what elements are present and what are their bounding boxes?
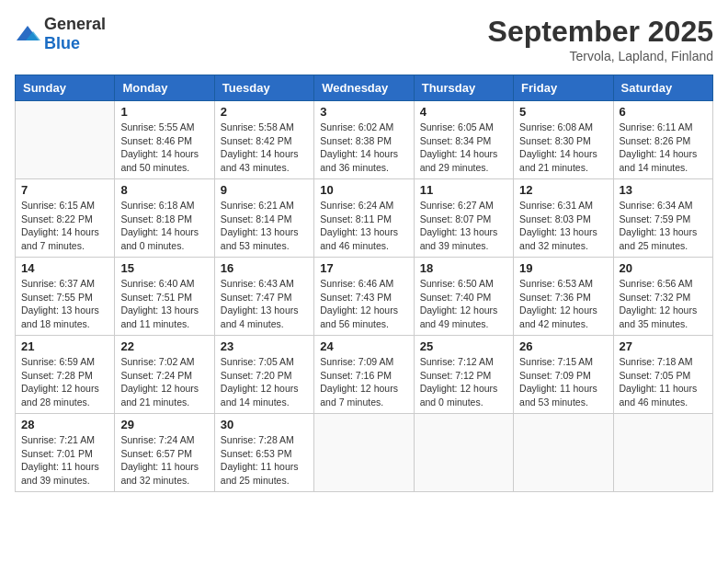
calendar-cell [314,414,414,492]
calendar-cell: 11Sunrise: 6:27 AM Sunset: 8:07 PM Dayli… [414,179,513,258]
calendar-cell: 17Sunrise: 6:46 AM Sunset: 7:43 PM Dayli… [314,258,414,336]
day-info: Sunrise: 7:12 AM Sunset: 7:12 PM Dayligh… [420,355,507,409]
day-info: Sunrise: 6:53 AM Sunset: 7:36 PM Dayligh… [519,277,607,331]
day-info: Sunrise: 6:31 AM Sunset: 8:03 PM Dayligh… [519,199,607,253]
calendar-cell [613,414,712,492]
calendar-cell: 23Sunrise: 7:05 AM Sunset: 7:20 PM Dayli… [214,336,313,414]
week-row-5: 28Sunrise: 7:21 AM Sunset: 7:01 PM Dayli… [16,414,713,492]
calendar-table: SundayMondayTuesdayWednesdayThursdayFrid… [15,75,713,492]
calendar-cell: 16Sunrise: 6:43 AM Sunset: 7:47 PM Dayli… [214,258,313,336]
weekday-header-monday: Monday [115,75,214,101]
calendar-cell: 25Sunrise: 7:12 AM Sunset: 7:12 PM Dayli… [414,336,513,414]
day-number: 2 [221,105,308,119]
location-title: Tervola, Lapland, Finland [488,49,713,63]
day-info: Sunrise: 6:08 AM Sunset: 8:30 PM Dayligh… [519,121,607,175]
calendar-cell: 13Sunrise: 6:34 AM Sunset: 7:59 PM Dayli… [613,179,712,258]
calendar-cell: 22Sunrise: 7:02 AM Sunset: 7:24 PM Dayli… [115,336,214,414]
day-info: Sunrise: 7:15 AM Sunset: 7:09 PM Dayligh… [519,355,607,409]
day-info: Sunrise: 6:11 AM Sunset: 8:26 PM Dayligh… [620,121,707,175]
weekday-header-friday: Friday [514,75,613,101]
weekday-header-sunday: Sunday [16,75,115,101]
day-number: 28 [21,418,108,431]
day-number: 30 [221,418,308,431]
page-header: General Blue September 2025 Tervola, Lap… [15,15,713,63]
weekday-header-saturday: Saturday [613,75,712,101]
day-number: 16 [221,261,308,275]
logo-general: General [44,15,106,33]
day-info: Sunrise: 6:21 AM Sunset: 8:14 PM Dayligh… [221,199,308,253]
day-number: 1 [120,105,208,119]
day-number: 14 [21,261,108,275]
calendar-cell [16,101,115,179]
calendar-cell: 9Sunrise: 6:21 AM Sunset: 8:14 PM Daylig… [214,179,313,258]
day-info: Sunrise: 6:40 AM Sunset: 7:51 PM Dayligh… [120,277,208,331]
weekday-header-row: SundayMondayTuesdayWednesdayThursdayFrid… [16,75,713,101]
day-number: 7 [21,183,108,197]
weekday-header-thursday: Thursday [414,75,513,101]
day-number: 19 [519,261,607,275]
logo-text: General Blue [44,15,106,53]
calendar-cell: 2Sunrise: 5:58 AM Sunset: 8:42 PM Daylig… [214,101,313,179]
day-number: 4 [420,105,507,119]
logo-blue: Blue [44,34,80,52]
calendar-cell [414,414,513,492]
calendar-cell: 7Sunrise: 6:15 AM Sunset: 8:22 PM Daylig… [16,179,115,258]
day-info: Sunrise: 6:56 AM Sunset: 7:32 PM Dayligh… [620,277,707,331]
week-row-2: 7Sunrise: 6:15 AM Sunset: 8:22 PM Daylig… [16,179,713,258]
day-number: 8 [120,183,208,197]
calendar-cell: 10Sunrise: 6:24 AM Sunset: 8:11 PM Dayli… [314,179,414,258]
day-number: 6 [620,105,707,119]
day-info: Sunrise: 5:58 AM Sunset: 8:42 PM Dayligh… [221,121,308,175]
calendar-cell: 24Sunrise: 7:09 AM Sunset: 7:16 PM Dayli… [314,336,414,414]
day-number: 15 [120,261,208,275]
logo: General Blue [15,15,106,53]
calendar-cell: 26Sunrise: 7:15 AM Sunset: 7:09 PM Dayli… [514,336,613,414]
day-info: Sunrise: 6:02 AM Sunset: 8:38 PM Dayligh… [320,121,407,175]
calendar-cell: 19Sunrise: 6:53 AM Sunset: 7:36 PM Dayli… [514,258,613,336]
day-info: Sunrise: 7:05 AM Sunset: 7:20 PM Dayligh… [221,355,308,409]
day-info: Sunrise: 6:43 AM Sunset: 7:47 PM Dayligh… [221,277,308,331]
calendar-cell: 5Sunrise: 6:08 AM Sunset: 8:30 PM Daylig… [514,101,613,179]
weekday-header-tuesday: Tuesday [214,75,313,101]
calendar-cell: 6Sunrise: 6:11 AM Sunset: 8:26 PM Daylig… [613,101,712,179]
calendar-cell: 21Sunrise: 6:59 AM Sunset: 7:28 PM Dayli… [16,336,115,414]
day-number: 23 [221,339,308,353]
calendar-cell: 27Sunrise: 7:18 AM Sunset: 7:05 PM Dayli… [613,336,712,414]
calendar-cell: 15Sunrise: 6:40 AM Sunset: 7:51 PM Dayli… [115,258,214,336]
day-info: Sunrise: 6:27 AM Sunset: 8:07 PM Dayligh… [420,199,507,253]
day-info: Sunrise: 7:28 AM Sunset: 6:53 PM Dayligh… [221,433,308,488]
day-number: 9 [221,183,308,197]
calendar-cell: 20Sunrise: 6:56 AM Sunset: 7:32 PM Dayli… [613,258,712,336]
calendar-cell: 4Sunrise: 6:05 AM Sunset: 8:34 PM Daylig… [414,101,513,179]
day-number: 3 [320,105,407,119]
day-number: 5 [519,105,607,119]
day-info: Sunrise: 7:02 AM Sunset: 7:24 PM Dayligh… [120,355,208,409]
day-number: 25 [420,339,507,353]
day-info: Sunrise: 6:05 AM Sunset: 8:34 PM Dayligh… [420,121,507,175]
day-number: 12 [519,183,607,197]
day-info: Sunrise: 7:09 AM Sunset: 7:16 PM Dayligh… [320,355,407,409]
calendar-cell: 1Sunrise: 5:55 AM Sunset: 8:46 PM Daylig… [115,101,214,179]
calendar-cell [514,414,613,492]
day-info: Sunrise: 6:37 AM Sunset: 7:55 PM Dayligh… [21,277,108,331]
day-number: 11 [420,183,507,197]
day-number: 27 [620,339,707,353]
calendar-cell: 8Sunrise: 6:18 AM Sunset: 8:18 PM Daylig… [115,179,214,258]
day-info: Sunrise: 6:18 AM Sunset: 8:18 PM Dayligh… [120,199,208,253]
day-number: 13 [620,183,707,197]
day-info: Sunrise: 6:59 AM Sunset: 7:28 PM Dayligh… [21,355,108,409]
calendar-cell: 29Sunrise: 7:24 AM Sunset: 6:57 PM Dayli… [115,414,214,492]
day-number: 10 [320,183,407,197]
day-info: Sunrise: 6:15 AM Sunset: 8:22 PM Dayligh… [21,199,108,253]
week-row-4: 21Sunrise: 6:59 AM Sunset: 7:28 PM Dayli… [16,336,713,414]
month-title: September 2025 [488,15,713,49]
day-info: Sunrise: 6:46 AM Sunset: 7:43 PM Dayligh… [320,277,407,331]
week-row-3: 14Sunrise: 6:37 AM Sunset: 7:55 PM Dayli… [16,258,713,336]
calendar-cell: 3Sunrise: 6:02 AM Sunset: 8:38 PM Daylig… [314,101,414,179]
day-number: 26 [519,339,607,353]
calendar-cell: 14Sunrise: 6:37 AM Sunset: 7:55 PM Dayli… [16,258,115,336]
day-info: Sunrise: 6:24 AM Sunset: 8:11 PM Dayligh… [320,199,407,253]
calendar-cell: 18Sunrise: 6:50 AM Sunset: 7:40 PM Dayli… [414,258,513,336]
logo-icon [15,24,40,44]
day-info: Sunrise: 5:55 AM Sunset: 8:46 PM Dayligh… [120,121,208,175]
